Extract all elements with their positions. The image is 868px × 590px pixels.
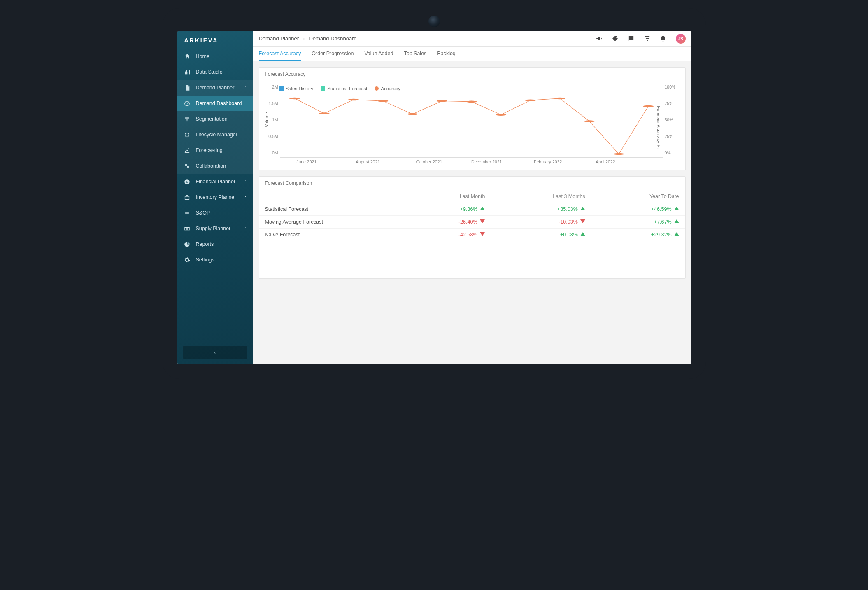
segment-icon <box>184 115 191 123</box>
cell-value: +35.03% <box>491 203 591 216</box>
x-tick: June 2021 <box>296 159 316 164</box>
sidebar-item-label: S&OP <box>196 210 210 216</box>
sidebar-item-reports[interactable]: Reports <box>177 236 253 252</box>
megaphone-icon[interactable] <box>596 35 603 42</box>
svg-point-7 <box>186 119 188 121</box>
brand-logo: ARKIEVA <box>177 31 253 49</box>
y-axis-right: Forecast Accuracy % 0% 25% 50% 75% 100% <box>663 92 678 158</box>
sidebar-item-segmentation[interactable]: Segmentation <box>177 111 253 127</box>
legend-swatch-icon <box>321 86 325 91</box>
x-tick: April 2022 <box>596 159 615 164</box>
sidebar-item-label: Supply Planner <box>196 226 231 231</box>
accuracy-point <box>554 98 565 99</box>
sidebar-item-collaboration[interactable]: Collaboration <box>177 158 253 174</box>
sidebar-item-lifecycle[interactable]: Lifecycle Manager <box>177 127 253 142</box>
sidebar-item-financial-planner[interactable]: $ Financial Planner ˅ <box>177 174 253 189</box>
accuracy-point <box>613 153 624 155</box>
nav: Home Data Studio Demand Planner ˄ <box>177 49 253 340</box>
content: Forecast Accuracy Sales History Statisti… <box>253 61 691 364</box>
tag-icon[interactable] <box>612 35 619 42</box>
chevron-right-icon: › <box>303 35 305 42</box>
tab-forecast-accuracy[interactable]: Forecast Accuracy <box>259 47 301 61</box>
sidebar-item-inventory-planner[interactable]: Inventory Planner ˅ <box>177 189 253 205</box>
accuracy-point <box>466 101 477 103</box>
chevron-down-icon: ˅ <box>244 211 247 215</box>
sidebar-item-settings[interactable]: Settings <box>177 252 253 268</box>
cell-value: +9.36% <box>404 203 491 216</box>
topbar-icons: JS <box>596 34 686 44</box>
up-icon <box>674 232 679 236</box>
legend-item: Statistical Forecast <box>321 86 367 91</box>
chat-icon[interactable] <box>628 35 635 42</box>
sidebar-item-label: Demand Planner <box>196 85 235 91</box>
sidebar-item-demand-dashboard[interactable]: Demand Dashboard <box>177 96 253 111</box>
y-tick: 0.5M <box>268 134 278 139</box>
table-header: Last 3 Months <box>491 190 591 203</box>
table-header: Year To Date <box>591 190 685 203</box>
y-tick: 0% <box>665 150 671 155</box>
cell-value: +46.59% <box>591 203 685 216</box>
avatar[interactable]: JS <box>676 34 686 44</box>
accuracy-point <box>436 100 447 102</box>
panel-title: Forecast Accuracy <box>259 68 685 81</box>
sidebar-item-demand-planner[interactable]: Demand Planner ˄ <box>177 80 253 96</box>
sidebar-collapse-button[interactable]: ‹ <box>183 346 247 359</box>
down-icon <box>580 219 585 223</box>
home-icon <box>184 53 191 60</box>
legend-label: Statistical Forecast <box>327 86 367 91</box>
accuracy-point <box>377 100 388 102</box>
y-tick: 2M <box>272 84 278 89</box>
breadcrumb-section[interactable]: Demand Planner <box>259 35 299 42</box>
svg-point-14 <box>185 212 187 214</box>
svg-point-5 <box>185 117 187 119</box>
down-icon <box>480 232 485 236</box>
panel-forecast-comparison: Forecast Comparison Last Month Last 3 Mo… <box>259 176 686 279</box>
collab-icon <box>184 162 191 170</box>
accuracy-point <box>319 112 329 114</box>
legend-swatch-icon <box>279 86 284 91</box>
accuracy-line <box>294 98 648 154</box>
sop-icon <box>184 209 191 217</box>
svg-rect-1 <box>186 70 187 74</box>
y-tick: 1M <box>272 117 278 122</box>
cell-value: -10.03% <box>491 216 591 229</box>
svg-point-18 <box>616 37 617 38</box>
bell-icon[interactable] <box>660 35 667 42</box>
forecast-icon <box>184 147 191 154</box>
svg-rect-0 <box>185 72 186 75</box>
sidebar-item-label: Settings <box>196 257 214 263</box>
panel-forecast-accuracy: Forecast Accuracy Sales History Statisti… <box>259 67 686 170</box>
legend-label: Accuracy <box>381 86 400 91</box>
chevron-down-icon: ˅ <box>244 180 247 184</box>
tab-top-sales[interactable]: Top Sales <box>404 47 426 61</box>
tab-value-added[interactable]: Value Added <box>364 47 393 61</box>
sidebar-item-data-studio[interactable]: Data Studio <box>177 64 253 80</box>
sidebar-item-label: Home <box>196 54 209 59</box>
lifecycle-icon <box>184 131 191 138</box>
sidebar-item-home[interactable]: Home <box>177 49 253 64</box>
chart-area: Volume 0M 0.5M 1M 1.5M 2M <box>267 92 678 158</box>
accuracy-point <box>584 120 594 122</box>
cell-value: +29.32% <box>591 229 685 241</box>
sidebar-item-forecasting[interactable]: Forecasting <box>177 142 253 158</box>
filter-icon[interactable] <box>644 35 651 42</box>
sidebar-item-sop[interactable]: S&OP ˅ <box>177 205 253 221</box>
bars-icon <box>184 68 191 76</box>
table-header <box>259 190 404 203</box>
tablet-camera <box>428 16 440 27</box>
svg-point-15 <box>188 212 189 214</box>
tab-order-progression[interactable]: Order Progression <box>312 47 354 61</box>
sidebar-item-label: Data Studio <box>196 69 223 75</box>
sidebar-item-supply-planner[interactable]: Supply Planner ˅ <box>177 221 253 236</box>
svg-point-6 <box>188 117 189 119</box>
accuracy-point <box>407 113 418 115</box>
table-row: Statistical Forecast +9.36% +35.03% +46.… <box>259 203 685 216</box>
svg-rect-17 <box>187 227 189 230</box>
gear-icon <box>184 256 191 264</box>
tab-backlog[interactable]: Backlog <box>437 47 455 61</box>
tabbar: Forecast Accuracy Order Progression Valu… <box>253 47 691 61</box>
chart-legend: Sales History Statistical Forecast Accur… <box>267 84 678 92</box>
y-axis-left-label: Volume <box>264 112 269 127</box>
x-tick: October 2021 <box>416 159 442 164</box>
svg-rect-2 <box>187 72 188 74</box>
